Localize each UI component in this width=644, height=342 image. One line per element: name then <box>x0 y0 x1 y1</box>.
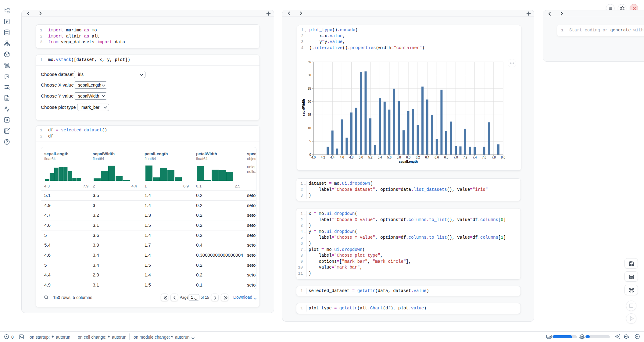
svg-text:5.8: 5.8 <box>397 156 401 159</box>
svg-text:7.0: 7.0 <box>454 156 458 159</box>
svg-text:5.0: 5.0 <box>359 156 363 159</box>
svg-text:4.8: 4.8 <box>349 156 353 159</box>
svg-text:4.2: 4.2 <box>321 156 325 159</box>
svg-text:5.4: 5.4 <box>378 156 382 159</box>
svg-text:4.6: 4.6 <box>340 156 344 159</box>
svg-text:7.6: 7.6 <box>482 156 486 159</box>
svg-text:6.0: 6.0 <box>406 156 410 159</box>
svg-text:5.6: 5.6 <box>387 156 392 159</box>
svg-text:sepalWidth: sepalWidth <box>302 99 305 116</box>
svg-text:20: 20 <box>308 100 311 103</box>
svg-text:30: 30 <box>308 73 311 77</box>
svg-text:7.8: 7.8 <box>492 156 496 159</box>
svg-text:5.2: 5.2 <box>368 156 373 159</box>
svg-text:6.8: 6.8 <box>444 156 448 159</box>
svg-text:5: 5 <box>309 140 311 143</box>
svg-text:10: 10 <box>308 126 311 130</box>
svg-text:35: 35 <box>308 60 311 64</box>
svg-text:8.0: 8.0 <box>501 156 505 159</box>
svg-text:4.4: 4.4 <box>330 156 335 159</box>
svg-text:7.4: 7.4 <box>473 156 477 159</box>
svg-text:sepalLength: sepalLength <box>399 160 418 164</box>
svg-text:6.6: 6.6 <box>435 156 439 159</box>
svg-text:7.2: 7.2 <box>463 156 467 159</box>
svg-text:6.2: 6.2 <box>416 156 420 159</box>
svg-text:25: 25 <box>308 87 311 90</box>
svg-text:6.4: 6.4 <box>425 156 429 159</box>
svg-text:15: 15 <box>308 113 311 117</box>
svg-text:4.0: 4.0 <box>311 156 316 159</box>
svg-text:0: 0 <box>309 153 311 156</box>
